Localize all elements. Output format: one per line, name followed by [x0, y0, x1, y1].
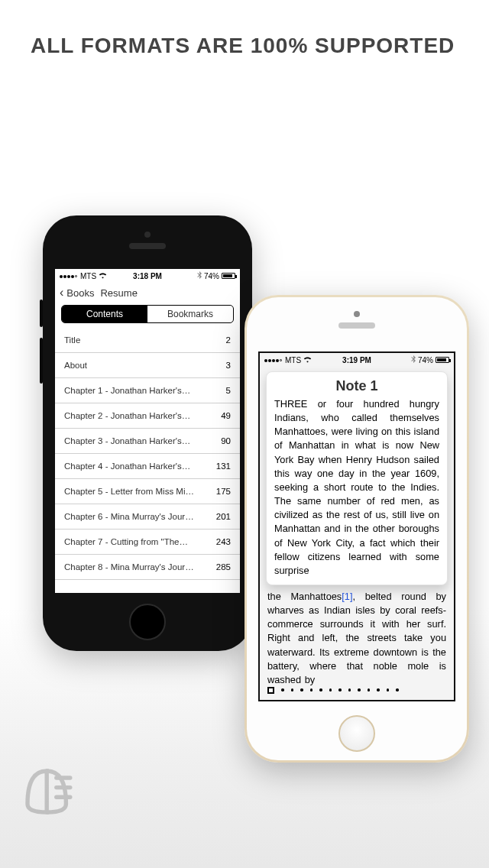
toc-row[interactable]: About3	[55, 353, 240, 378]
toc-row[interactable]: Chapter 5 - Letter from Miss Mi…175	[55, 479, 240, 504]
footnote-ref-link[interactable]: [1]	[342, 591, 352, 602]
signal-dots-icon	[60, 272, 78, 280]
page-dot	[368, 688, 371, 691]
page-dot	[329, 688, 332, 691]
screen-b: MTS 3:19 PM 74% Note 1 THREE or four hun…	[258, 351, 455, 701]
toc-row[interactable]: Chapter 6 - Mina Murray's Jour…201	[55, 504, 240, 530]
carrier-label: MTS	[80, 272, 96, 280]
toc-label: Chapter 5 - Letter from Miss Mi…	[64, 487, 194, 496]
toc-page: 2	[209, 335, 231, 345]
reader-text-pre: the Manhattoes	[267, 591, 342, 602]
toc-page: 3	[209, 361, 231, 370]
page-indicator[interactable]	[267, 685, 446, 695]
toc-row[interactable]: Chapter 7 - Cutting from "The…243	[55, 530, 240, 555]
phone-mockup-gold: MTS 3:19 PM 74% Note 1 THREE or four hun…	[244, 295, 469, 763]
home-button[interactable]	[338, 715, 375, 752]
toc-row[interactable]: Chapter 8 - Mina Murray's Jour…285	[55, 555, 240, 580]
page-dot	[338, 688, 342, 691]
app-logo-icon	[14, 750, 83, 822]
page-dot	[300, 688, 303, 691]
page-dot	[291, 688, 294, 691]
marketing-headline: ALL FORMATS ARE 100% SUPPORTED	[31, 34, 458, 58]
page-dot	[358, 688, 361, 691]
back-button[interactable]: Books	[66, 287, 94, 299]
toc-label: Chapter 3 - Jonathan Harker's…	[64, 436, 190, 445]
toc-page: 243	[209, 537, 231, 546]
toc-page: 90	[209, 436, 231, 445]
back-chevron-icon[interactable]: ‹	[60, 287, 63, 299]
toc-row[interactable]: Chapter 3 - Jonathan Harker's…90	[55, 429, 240, 454]
device-camera	[144, 232, 151, 238]
wifi-icon	[99, 272, 107, 280]
toc-label: Chapter 4 - Jonathan Harker's…	[64, 462, 190, 471]
toc-page: 175	[209, 487, 231, 496]
status-bar: MTS 3:19 PM 74%	[260, 353, 454, 367]
page-dot	[310, 688, 313, 691]
battery-percent: 74%	[418, 356, 433, 364]
bluetooth-icon	[197, 271, 202, 280]
phone-mockup-black: MTS 3:18 PM 74% ‹ Books Resume Contents …	[43, 215, 252, 651]
note-popover: Note 1 THREE or four hundred hungry Indi…	[266, 371, 448, 585]
signal-dots-icon	[264, 356, 283, 364]
note-body: THREE or four hundred hungry Indians, wh…	[274, 397, 439, 578]
toc-row[interactable]: Chapter 2 - Jonathan Harker's…49	[55, 403, 240, 429]
device-earpiece	[338, 322, 375, 329]
wifi-icon	[303, 356, 312, 364]
page-current-icon	[267, 687, 274, 694]
tab-bookmarks[interactable]: Bookmarks	[147, 306, 233, 322]
screen-a: MTS 3:18 PM 74% ‹ Books Resume Contents …	[55, 269, 240, 593]
battery-percent: 74%	[204, 272, 219, 280]
page-dot	[348, 688, 351, 691]
nav-title: Resume	[100, 287, 137, 299]
page-dot	[319, 688, 322, 691]
battery-icon	[436, 357, 449, 363]
toc-label: Chapter 2 - Jonathan Harker's…	[64, 411, 190, 420]
reader-text: the Manhattoes[1], belted round by wharv…	[267, 590, 446, 687]
nav-bar: ‹ Books Resume	[55, 283, 240, 303]
note-title: Note 1	[274, 378, 439, 394]
toc-page: 49	[209, 411, 231, 420]
segmented-control: Contents Bookmarks	[61, 305, 234, 323]
table-of-contents: Title2About3Chapter 1 - Jonathan Harker'…	[55, 328, 240, 580]
toc-row[interactable]: Title2	[55, 328, 240, 353]
device-camera	[354, 311, 360, 317]
toc-page: 131	[209, 462, 231, 471]
toc-row[interactable]: Chapter 4 - Jonathan Harker's…131	[55, 454, 240, 479]
toc-label: Chapter 8 - Mina Murray's Jour…	[64, 562, 194, 572]
toc-label: Title	[64, 335, 80, 345]
toc-label: Chapter 7 - Cutting from "The…	[64, 537, 188, 546]
toc-page: 5	[209, 386, 231, 395]
toc-label: Chapter 1 - Jonathan Harker's…	[64, 386, 190, 395]
toc-page: 201	[209, 512, 231, 521]
carrier-label: MTS	[285, 356, 301, 364]
page-dot	[281, 688, 284, 691]
page-dot	[396, 688, 399, 691]
clock-label: 3:18 PM	[133, 272, 162, 280]
bluetooth-icon	[411, 355, 416, 364]
clock-label: 3:19 PM	[342, 356, 371, 364]
page-dot	[387, 688, 390, 691]
toc-row[interactable]: Chapter 1 - Jonathan Harker's…5	[55, 378, 240, 403]
toc-label: Chapter 6 - Mina Murray's Jour…	[64, 512, 194, 521]
toc-page: 285	[209, 562, 231, 572]
tab-contents[interactable]: Contents	[62, 306, 147, 322]
reader-text-post: , belted round by wharves as Indian isle…	[267, 591, 446, 685]
battery-icon	[222, 273, 235, 279]
page-dot	[377, 688, 380, 691]
toc-label: About	[64, 361, 87, 370]
home-button[interactable]	[129, 604, 166, 640]
status-bar: MTS 3:18 PM 74%	[55, 269, 240, 283]
device-earpiece	[129, 243, 166, 249]
